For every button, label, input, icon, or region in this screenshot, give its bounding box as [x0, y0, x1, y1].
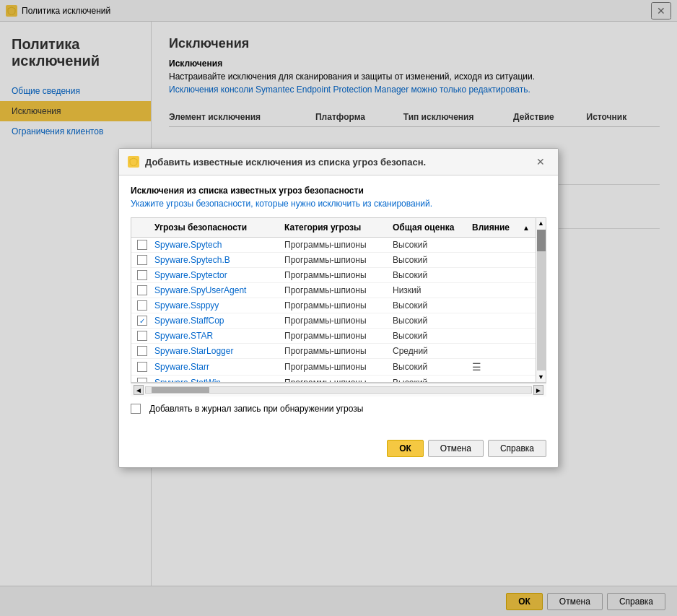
col-check-header: [137, 222, 154, 233]
threat-score-2: Высокий: [393, 255, 472, 265]
checkbox-2[interactable]: [137, 255, 147, 265]
threat-score-5: Высокий: [393, 300, 472, 311]
dialog-footer: ОК Отмена Справка: [119, 434, 558, 467]
threats-table-header: Угрозы безопасности Категория угрозы Общ…: [131, 218, 536, 238]
col-threats-header: Угрозы безопасности: [154, 222, 284, 233]
threat-score-10: Высокий: [393, 378, 472, 382]
threats-table-body: Spyware.Spytech Программы-шпионы Высокий…: [131, 238, 536, 382]
checkbox-10[interactable]: [137, 378, 147, 382]
dialog-body: Исключения из списка известных угроз без…: [119, 175, 558, 434]
threat-name-1[interactable]: Spyware.Spytech: [154, 240, 284, 250]
scroll-up-button[interactable]: ▲: [536, 218, 546, 228]
col-score-header: Общая оценка: [393, 222, 472, 233]
checkbox-6[interactable]: [137, 316, 147, 326]
scroll-track[interactable]: [145, 386, 532, 394]
threat-impact-9: ☰: [472, 361, 530, 373]
table-row[interactable]: Spyware.SpyUserAgent Программы-шпионы Ни…: [131, 283, 536, 298]
threat-name-4[interactable]: Spyware.SpyUserAgent: [154, 285, 284, 295]
scroll-thumb[interactable]: [152, 387, 209, 393]
dialog-help-button[interactable]: Справка: [488, 440, 546, 457]
table-row[interactable]: Spyware.Starr Программы-шпионы Высокий ☰: [131, 359, 536, 376]
checkbox-7[interactable]: [137, 331, 147, 341]
table-row[interactable]: Spyware.Spytech Программы-шпионы Высокий: [131, 238, 536, 253]
log-checkbox-label: Добавлять в журнал запись при обнаружени…: [149, 404, 363, 414]
dialog-titlebar: Добавить известные исключения из списка …: [119, 149, 558, 175]
dialog-overlay: Добавить известные исключения из списка …: [0, 0, 677, 616]
scroll-down-button[interactable]: ▼: [536, 372, 546, 382]
log-checkbox-row: Добавлять в журнал запись при обнаружени…: [131, 404, 546, 414]
impact-sort-arrow: ▲: [523, 224, 530, 232]
threats-table: Угрозы безопасности Категория угрозы Общ…: [131, 218, 536, 382]
table-row[interactable]: Spyware.StaffCop Программы-шпионы Высоки…: [131, 313, 536, 329]
horizontal-scrollbar[interactable]: ◄ ►: [131, 383, 546, 396]
threats-table-wrapper: Угрозы безопасности Категория угрозы Общ…: [131, 217, 546, 383]
checkbox-3[interactable]: [137, 270, 147, 280]
col-impact-header: Влияние ▲: [472, 222, 530, 233]
dialog-ok-button[interactable]: ОК: [387, 440, 424, 457]
dialog-titlebar-left: Добавить известные исключения из списка …: [128, 156, 426, 168]
scroll-left-button[interactable]: ◄: [134, 385, 144, 395]
table-row[interactable]: Spyware.Spytector Программы-шпионы Высок…: [131, 268, 536, 283]
threat-score-4: Низкий: [393, 285, 472, 295]
col-category-header: Категория угрозы: [284, 222, 393, 233]
table-row[interactable]: Spyware.StarLogger Программы-шпионы Сред…: [131, 344, 536, 359]
table-row[interactable]: Spyware.Spytech.B Программы-шпионы Высок…: [131, 253, 536, 268]
vertical-scrollbar[interactable]: ▲ ▼: [536, 218, 546, 382]
dialog-title: Добавить известные исключения из списка …: [145, 157, 426, 168]
threat-name-7[interactable]: Spyware.STAR: [154, 331, 284, 341]
threat-score-1: Высокий: [393, 240, 472, 250]
threat-name-5[interactable]: Spyware.Ssppyy: [154, 300, 284, 311]
checkbox-4[interactable]: [137, 285, 147, 295]
checkbox-8[interactable]: [137, 346, 147, 356]
table-row[interactable]: Spyware.StatWin Программы-шпионы Высокий: [131, 376, 536, 382]
threat-name-8[interactable]: Spyware.StarLogger: [154, 346, 284, 356]
log-checkbox[interactable]: [131, 404, 141, 414]
threat-name-6[interactable]: Spyware.StaffCop: [154, 316, 284, 326]
threat-category-1: Программы-шпионы: [284, 240, 393, 250]
threat-name-10[interactable]: Spyware.StatWin: [154, 378, 284, 382]
dialog-cancel-button[interactable]: Отмена: [428, 440, 484, 457]
checkbox-9[interactable]: [137, 362, 147, 372]
threat-score-9: Высокий: [393, 362, 472, 372]
threat-category-6: Программы-шпионы: [284, 316, 393, 326]
threat-score-7: Высокий: [393, 331, 472, 341]
threat-category-9: Программы-шпионы: [284, 362, 393, 372]
table-row[interactable]: Spyware.STAR Программы-шпионы Высокий: [131, 329, 536, 344]
add-exclusions-dialog: Добавить известные исключения из списка …: [118, 148, 559, 468]
table-row[interactable]: Spyware.Ssppyy Программы-шпионы Высокий: [131, 298, 536, 313]
threat-category-10: Программы-шпионы: [284, 378, 393, 382]
threat-name-3[interactable]: Spyware.Spytector: [154, 270, 284, 280]
dialog-close-button[interactable]: ✕: [532, 155, 549, 169]
scroll-right-button[interactable]: ►: [533, 385, 543, 395]
dialog-shield-icon: [128, 156, 139, 168]
threat-score-6: Высокий: [393, 316, 472, 326]
threat-category-5: Программы-шпионы: [284, 300, 393, 311]
threat-score-8: Средний: [393, 346, 472, 356]
threat-name-2[interactable]: Spyware.Spytech.B: [154, 255, 284, 265]
threat-category-8: Программы-шпионы: [284, 346, 393, 356]
dialog-section-title: Исключения из списка известных угроз без…: [131, 186, 546, 196]
threat-category-2: Программы-шпионы: [284, 255, 393, 265]
scroll-indicator-icon: ☰: [472, 361, 481, 373]
threat-score-3: Высокий: [393, 270, 472, 280]
threat-name-9[interactable]: Spyware.Starr: [154, 362, 284, 372]
threat-category-4: Программы-шпионы: [284, 285, 393, 295]
dialog-section-desc: Укажите угрозы безопасности, которые нуж…: [131, 199, 546, 209]
checkbox-1[interactable]: [137, 240, 147, 250]
checkbox-5[interactable]: [137, 300, 147, 311]
threat-category-7: Программы-шпионы: [284, 331, 393, 341]
threat-category-3: Программы-шпионы: [284, 270, 393, 280]
